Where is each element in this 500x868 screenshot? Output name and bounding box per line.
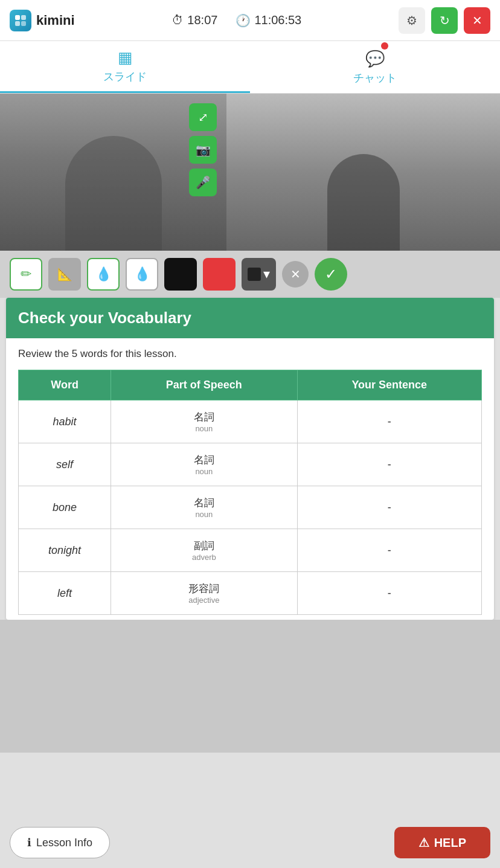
color-black-button[interactable] [164,258,197,291]
svg-rect-2 [15,21,20,26]
pos-english: adjective [116,596,292,605]
card-header: Check your Vocabulary [6,298,494,338]
current-time: 🕐 11:06:53 [236,13,301,28]
pos-cell: 名詞 noun [111,486,297,529]
pos-english: adverb [116,553,292,562]
word-cell: habit [19,400,111,443]
clock2-icon: 🕐 [236,13,251,28]
sentence-cell: - [297,572,481,615]
expand-button[interactable]: ⤢ [189,103,217,131]
video-controls: ⤢ 📷 🎤 [189,103,217,196]
table-row: tonight 副詞 adverb - [19,529,482,572]
video-area: ⤢ 📷 🎤 [0,94,500,251]
color-picker-dropdown[interactable]: ▾ [242,258,276,291]
slide-label: スライド [103,69,147,84]
table-row: left 形容詞 adjective - [19,572,482,615]
pos-english: noun [116,424,292,433]
app-icon [10,10,31,31]
nav-tabs: ▦ スライド 💬 チャット [0,41,500,94]
camera-button[interactable]: 📷 [189,136,217,164]
settings-button[interactable]: ⚙ [399,7,425,34]
drawing-toolbar: ✏ 📐 💧 💧 ▾ ✕ ✓ [0,251,500,298]
pen-tool-button[interactable]: ✏ [10,258,42,291]
remote-video-feed [226,94,500,251]
pos-cell: 名詞 noun [111,443,297,486]
table-row: habit 名詞 noun - [19,400,482,443]
app-name: kimini [36,13,75,28]
unfill-tool-button[interactable]: 💧 [126,258,158,291]
top-actions: ⚙ ↻ ✕ [399,7,490,34]
app-brand: kimini [10,10,75,31]
sentence-cell: - [297,486,481,529]
col-sentence-header: Your Sentence [297,370,481,400]
confirm-button[interactable]: ✓ [315,258,347,291]
ruler-tool-button[interactable]: 📐 [48,258,81,291]
refresh-button[interactable]: ↻ [431,7,458,34]
pos-cell: 副詞 adverb [111,529,297,572]
sentence-cell: - [297,529,481,572]
fill-tool-button[interactable]: 💧 [87,258,120,291]
chat-badge [381,42,388,50]
pos-cell: 形容詞 adjective [111,572,297,615]
pos-japanese: 名詞 [116,496,292,510]
pos-english: noun [116,467,292,476]
gray-spacer [0,620,500,753]
word-cell: bone [19,486,111,529]
slide-icon: ▦ [118,48,133,67]
word-cell: self [19,443,111,486]
pos-japanese: 形容詞 [116,582,292,596]
video-local: ⤢ 📷 🎤 [0,94,226,251]
card-title: Check your Vocabulary [18,309,191,327]
lesson-info-button[interactable]: ℹ Lesson Info [10,827,110,858]
color-red-button[interactable] [203,258,236,291]
info-icon: ℹ [27,836,31,849]
pos-japanese: 名詞 [116,453,292,467]
pos-cell: 名詞 noun [111,400,297,443]
pos-english: noun [116,510,292,519]
table-row: bone 名詞 noun - [19,486,482,529]
pos-japanese: 副詞 [116,539,292,553]
svg-rect-3 [21,21,26,26]
sentence-cell: - [297,443,481,486]
svg-rect-0 [15,15,20,20]
help-button[interactable]: ⚠ HELP [394,827,490,858]
top-bar: kimini ⏱ 18:07 🕐 11:06:53 ⚙ ↻ ✕ [0,0,500,41]
tab-slide[interactable]: ▦ スライド [0,41,250,93]
table-row: self 名詞 noun - [19,443,482,486]
word-cell: tonight [19,529,111,572]
elapsed-time: ⏱ 18:07 [171,13,217,27]
col-pos-header: Part of Speech [111,370,297,400]
vocabulary-table: Word Part of Speech Your Sentence habit … [18,370,482,615]
card-subtitle: Review the 5 words for this lesson. [18,348,482,360]
close-button[interactable]: ✕ [464,7,490,34]
help-icon: ⚠ [418,835,429,850]
word-cell: left [19,572,111,615]
chat-icon: 💬 [365,50,385,68]
table-header-row: Word Part of Speech Your Sentence [19,370,482,400]
mic-button[interactable]: 🎤 [189,169,217,196]
time-display: ⏱ 18:07 🕐 11:06:53 [171,13,301,28]
bottom-bar: ℹ Lesson Info ⚠ HELP [0,817,500,868]
vocabulary-card: Check your Vocabulary Review the 5 words… [6,298,494,620]
card-body: Review the 5 words for this lesson. Word… [6,338,494,620]
sentence-cell: - [297,400,481,443]
clock1-icon: ⏱ [171,13,184,27]
video-remote [226,94,500,251]
svg-rect-1 [21,15,26,20]
clear-button[interactable]: ✕ [282,261,309,288]
chat-label: チャット [353,71,397,85]
pos-japanese: 名詞 [116,410,292,424]
col-word-header: Word [19,370,111,400]
tab-chat[interactable]: 💬 チャット [250,41,500,93]
